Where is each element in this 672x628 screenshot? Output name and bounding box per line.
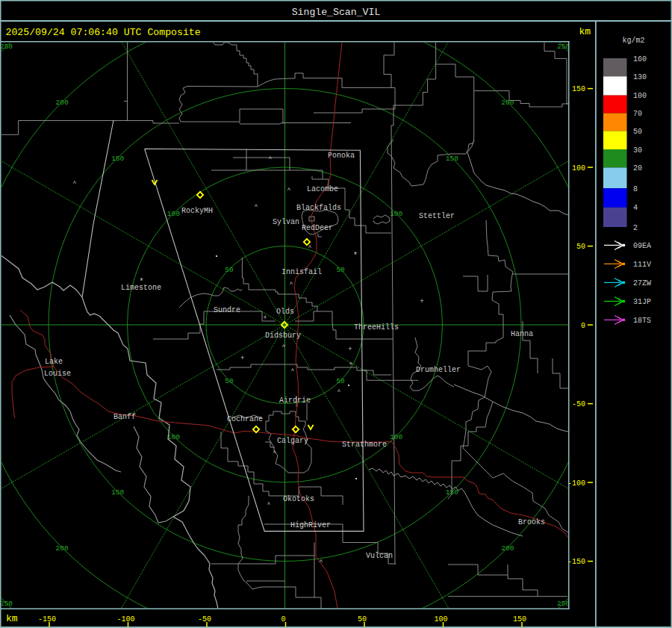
svg-text:150: 150: [572, 85, 585, 93]
svg-text:^: ^: [73, 180, 77, 187]
svg-text:100: 100: [633, 92, 647, 100]
svg-text:-100: -100: [116, 615, 134, 624]
svg-text:-50: -50: [572, 400, 585, 408]
svg-text:250: 250: [0, 600, 13, 608]
svg-text:Didsbury: Didsbury: [265, 332, 301, 340]
svg-text:0: 0: [281, 615, 285, 624]
svg-text:-50: -50: [198, 615, 211, 624]
svg-text:+: +: [240, 355, 244, 362]
svg-text:^: ^: [273, 450, 277, 456]
svg-text:200: 200: [501, 544, 514, 553]
svg-text:kg/m2: kg/m2: [622, 37, 644, 45]
svg-text:250: 250: [557, 43, 570, 51]
svg-text:150: 150: [111, 488, 124, 497]
svg-text:2: 2: [633, 224, 638, 232]
svg-text:+: +: [349, 361, 352, 368]
svg-text:Sylvan: Sylvan: [273, 218, 299, 226]
svg-text:30: 30: [633, 146, 642, 155]
svg-text:Lake: Lake: [45, 358, 63, 366]
svg-text:Banff: Banff: [113, 413, 136, 421]
svg-text:50: 50: [336, 377, 345, 385]
svg-text:ThreeHills: ThreeHills: [354, 323, 399, 332]
svg-text:50: 50: [576, 243, 585, 251]
svg-text:Okotoks: Okotoks: [283, 495, 314, 503]
svg-text:+: +: [263, 314, 267, 322]
svg-text:Brooks: Brooks: [518, 518, 545, 526]
svg-text:Vulcan: Vulcan: [366, 552, 393, 560]
svg-text:250: 250: [557, 600, 570, 608]
svg-text:^: ^: [267, 501, 271, 508]
svg-text:Strathmore: Strathmore: [342, 441, 387, 449]
svg-text:100: 100: [167, 210, 180, 218]
svg-text:Calgary: Calgary: [277, 437, 308, 445]
svg-text:100: 100: [572, 164, 585, 172]
svg-text:4: 4: [633, 204, 638, 212]
svg-text:-150: -150: [567, 558, 585, 566]
svg-text:^: ^: [269, 155, 273, 162]
svg-text:100: 100: [434, 615, 447, 624]
svg-text:^: ^: [255, 203, 258, 210]
svg-text:200: 200: [56, 99, 69, 107]
svg-text:HighRiver: HighRiver: [290, 521, 331, 529]
svg-text:RockyMH: RockyMH: [181, 207, 213, 215]
svg-text:Stettler: Stettler: [419, 212, 455, 220]
svg-text:Drumheller: Drumheller: [416, 366, 461, 374]
svg-text:Hanna: Hanna: [511, 330, 533, 338]
svg-text:50: 50: [225, 377, 234, 385]
svg-text:50: 50: [633, 128, 642, 136]
svg-text:+: +: [420, 298, 423, 305]
svg-text:*: *: [139, 278, 143, 286]
svg-text:31JP: 31JP: [633, 298, 651, 306]
svg-text:-150: -150: [38, 615, 56, 624]
svg-text:70: 70: [633, 110, 642, 118]
svg-text:100: 100: [390, 433, 402, 441]
svg-text:27ZW: 27ZW: [633, 279, 651, 287]
svg-text:150: 150: [513, 615, 526, 624]
svg-text:Cochrane: Cochrane: [227, 415, 263, 423]
svg-text:50: 50: [225, 266, 234, 274]
svg-text:8: 8: [633, 185, 638, 193]
svg-text:km: km: [6, 613, 18, 624]
svg-text:Sundre: Sundre: [214, 306, 240, 314]
svg-text:Olds: Olds: [276, 308, 294, 316]
svg-text:18TS: 18TS: [633, 317, 651, 325]
svg-text:Innisfail: Innisfail: [281, 268, 322, 276]
svg-text:km: km: [579, 26, 591, 37]
svg-text:Airdrie: Airdrie: [279, 397, 311, 405]
svg-text:20: 20: [633, 164, 642, 172]
svg-text:*: *: [353, 252, 358, 260]
svg-text:^: ^: [290, 281, 293, 287]
svg-text:^: ^: [320, 559, 323, 565]
svg-text:^: ^: [287, 187, 291, 193]
svg-text:Single_Scan_VIL: Single_Scan_VIL: [292, 7, 381, 18]
svg-text:RedDeer: RedDeer: [302, 224, 333, 232]
svg-text:^: ^: [282, 343, 286, 350]
svg-text:09EA: 09EA: [633, 242, 651, 250]
svg-text:2025/09/24 07:06:40 UTC Compos: 2025/09/24 07:06:40 UTC Composite: [6, 27, 201, 38]
svg-text:50: 50: [336, 266, 345, 274]
svg-text:^: ^: [291, 367, 295, 374]
svg-text:150: 150: [111, 155, 124, 163]
svg-text:Ponoka: Ponoka: [328, 152, 355, 160]
svg-text:200: 200: [501, 99, 514, 107]
svg-text:Blackfalds: Blackfalds: [296, 204, 341, 212]
svg-text:^: ^: [308, 244, 312, 251]
svg-text:Louise: Louise: [44, 370, 71, 378]
svg-text:-100: -100: [567, 479, 585, 488]
svg-text:0: 0: [581, 322, 585, 330]
svg-text:50: 50: [358, 615, 367, 624]
svg-text:^: ^: [337, 388, 341, 395]
svg-text:150: 150: [446, 155, 458, 163]
svg-text:130: 130: [633, 73, 647, 81]
svg-text:+: +: [348, 346, 352, 353]
svg-text:160: 160: [633, 55, 647, 63]
svg-text:Lacombe: Lacombe: [307, 185, 338, 193]
svg-text:250: 250: [0, 43, 13, 51]
svg-text:200: 200: [56, 544, 69, 553]
svg-text:111V: 111V: [633, 261, 651, 269]
